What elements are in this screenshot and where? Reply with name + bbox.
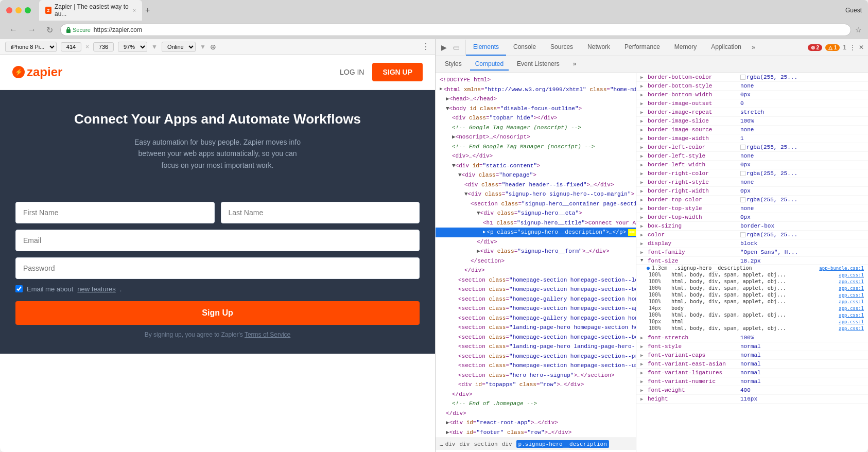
new-features-link[interactable]: new features bbox=[77, 285, 115, 293]
address-bar[interactable]: Secure https://zapier.com bbox=[60, 24, 851, 36]
subtab-computed[interactable]: Computed bbox=[470, 58, 509, 71]
dom-line[interactable]: <section class="hero hero--signup">…</se… bbox=[436, 371, 636, 380]
breadcrumb-selected[interactable]: p.signup-hero__description bbox=[516, 440, 609, 448]
dom-line[interactable]: <section class="homepage-section homepag… bbox=[436, 333, 636, 342]
fs-source-link[interactable]: app.css:1 bbox=[839, 272, 864, 277]
dom-line[interactable]: <div>…</div> bbox=[436, 151, 636, 161]
dom-line[interactable]: <section class="homepage-section homepag… bbox=[436, 352, 636, 361]
fs-source-link[interactable]: app.css:1 bbox=[839, 312, 864, 318]
maximize-button[interactable] bbox=[25, 7, 31, 13]
dom-line[interactable]: ▼ <body id class="disable-focus-outline"… bbox=[436, 104, 636, 114]
dom-line[interactable]: ▶ <div class="signup-hero__form">…</div> bbox=[436, 247, 636, 256]
dom-line[interactable]: ▶ <div id="footer" class="row">…</div> bbox=[436, 428, 636, 438]
tab-close-button[interactable]: × bbox=[133, 8, 136, 13]
dom-line[interactable]: <!-- End of .homepage --> bbox=[436, 399, 636, 409]
dom-line[interactable]: <section class="homepage-gallery homepag… bbox=[436, 294, 636, 304]
fs-source-link[interactable]: app.css:1 bbox=[839, 326, 864, 331]
dom-line[interactable]: <!DOCTYPE html> bbox=[436, 75, 636, 85]
browser-tab[interactable]: Z Zapier | The easiest way to au... × bbox=[39, 0, 142, 21]
dom-line[interactable]: <section class="homepage-section homepag… bbox=[436, 361, 636, 371]
bookmark-icon[interactable]: ☆ bbox=[855, 26, 862, 34]
fs-source-link[interactable]: app.css:1 bbox=[839, 299, 864, 304]
dom-line[interactable]: ▼ <div class="signup-hero signup-hero--t… bbox=[436, 189, 636, 199]
subtab-event-listeners[interactable]: Event Listeners bbox=[512, 58, 565, 71]
inspect-icon[interactable]: ▶ bbox=[440, 42, 448, 53]
device-select[interactable]: iPhone 8 Pi... bbox=[5, 42, 57, 52]
dom-line[interactable]: </div> bbox=[436, 409, 636, 419]
tab-elements[interactable]: Elements bbox=[466, 39, 506, 56]
terms-link[interactable]: Terms of Service bbox=[245, 331, 290, 338]
subtab-more[interactable]: » bbox=[568, 58, 582, 71]
breadcrumb-section[interactable]: section bbox=[474, 441, 497, 447]
dom-line-selected[interactable]: ▶ <p class="signup-hero__description">…<… bbox=[436, 228, 636, 237]
back-button[interactable]: ← bbox=[6, 24, 21, 36]
tab-performance[interactable]: Performance bbox=[617, 39, 667, 56]
fs-source-link[interactable]: app.css:1 bbox=[839, 319, 864, 324]
dom-line[interactable]: ▼ <div id="static-content"> bbox=[436, 161, 636, 171]
dom-line[interactable]: </div> bbox=[436, 390, 636, 399]
dom-line[interactable]: <section class="landing-page-hero landin… bbox=[436, 342, 636, 352]
dom-line[interactable]: </div> bbox=[436, 266, 636, 275]
breadcrumb-div1[interactable]: div bbox=[445, 441, 456, 447]
log-in-link[interactable]: LOG IN bbox=[340, 68, 364, 76]
fs-source-link[interactable]: app.css:1 bbox=[839, 279, 864, 284]
devtools-menu[interactable]: ⋮ bbox=[849, 44, 856, 51]
dom-line[interactable]: <h1 class="signup-hero__title">Connect Y… bbox=[436, 218, 636, 228]
dom-line[interactable]: ▶ <div id="react-root-app">…</div> bbox=[436, 418, 636, 428]
settings-icon[interactable]: ⊕ bbox=[210, 43, 216, 51]
dom-line[interactable]: </section> bbox=[436, 256, 636, 266]
dom-line[interactable]: <div id="topapps" class="row">…</div> bbox=[436, 380, 636, 390]
dom-line[interactable]: <!-- End Google Tag Manager (noscript) -… bbox=[436, 142, 636, 152]
dom-line[interactable]: <section class="homepage-section homepag… bbox=[436, 304, 636, 314]
email-input[interactable] bbox=[15, 230, 420, 251]
more-options-icon[interactable]: ⋮ bbox=[422, 42, 430, 51]
tab-application[interactable]: Application bbox=[704, 39, 749, 56]
close-button[interactable] bbox=[6, 7, 12, 13]
dom-line[interactable]: </div> bbox=[436, 237, 636, 247]
dom-line[interactable]: ▼ <div class="signup-hero__cta"> bbox=[436, 208, 636, 218]
dom-line[interactable]: <div class="topbar hide"></div> bbox=[436, 113, 636, 123]
password-input[interactable] bbox=[15, 257, 420, 279]
dom-line[interactable]: <section class="homepage-section homepag… bbox=[436, 275, 636, 285]
sign-up-header-button[interactable]: SIGN UP bbox=[372, 63, 423, 81]
dom-line[interactable]: <section class="homepage-gallery homepag… bbox=[436, 314, 636, 323]
forward-button[interactable]: → bbox=[25, 24, 39, 36]
first-name-input[interactable] bbox=[15, 202, 215, 223]
dom-line[interactable]: <!-- Google Tag Manager (noscript) --> bbox=[436, 123, 636, 133]
fs-source-link[interactable]: app.css:1 bbox=[839, 306, 864, 311]
devtools-close[interactable]: ✕ bbox=[859, 44, 864, 51]
tab-memory[interactable]: Memory bbox=[667, 39, 704, 56]
fs-source-link[interactable]: app-bundle.css:1 bbox=[819, 266, 864, 271]
dom-line[interactable]: ▶ <html xmlns="http://www.w3.org/1999/xh… bbox=[436, 85, 636, 95]
subtab-styles[interactable]: Styles bbox=[440, 58, 467, 71]
breadcrumb-div3[interactable]: div bbox=[502, 441, 512, 447]
last-name-input[interactable] bbox=[221, 202, 420, 223]
tab-network[interactable]: Network bbox=[580, 39, 617, 56]
color-swatch[interactable] bbox=[740, 197, 745, 202]
zoom-select[interactable]: 97% bbox=[118, 42, 147, 52]
fs-source-link[interactable]: app.css:1 bbox=[839, 286, 864, 291]
network-select[interactable]: Online bbox=[162, 42, 196, 52]
tab-console[interactable]: Console bbox=[506, 39, 543, 56]
dom-line[interactable]: ▶ <head>…</head> bbox=[436, 94, 636, 104]
dom-line[interactable]: ▶ <noscript>…</noscript> bbox=[436, 132, 636, 142]
device-icon[interactable]: ▭ bbox=[452, 42, 461, 53]
minimize-button[interactable] bbox=[15, 7, 22, 13]
color-swatch[interactable] bbox=[740, 75, 745, 80]
fs-source-link[interactable]: app.css:1 bbox=[839, 292, 864, 298]
email-checkbox[interactable] bbox=[15, 285, 23, 292]
more-tabs-button[interactable]: » bbox=[749, 39, 758, 56]
color-swatch[interactable] bbox=[740, 171, 745, 176]
dom-line[interactable]: <div class="header header--is-fixed">…</… bbox=[436, 180, 636, 190]
sign-up-button[interactable]: Sign Up bbox=[15, 301, 420, 325]
dom-line[interactable]: <section class="signup-hero__container p… bbox=[436, 199, 636, 209]
width-input[interactable] bbox=[61, 42, 81, 51]
color-swatch[interactable] bbox=[740, 145, 745, 150]
breadcrumb-div2[interactable]: div bbox=[460, 441, 470, 447]
color-swatch[interactable] bbox=[740, 232, 745, 237]
height-input[interactable] bbox=[93, 42, 114, 51]
refresh-button[interactable]: ↻ bbox=[43, 24, 56, 36]
dom-line[interactable]: <section class="landing-page-hero homepa… bbox=[436, 323, 636, 333]
new-tab-button[interactable]: + bbox=[145, 6, 150, 15]
dom-line[interactable]: ▼ <div class="homepage"> bbox=[436, 170, 636, 180]
